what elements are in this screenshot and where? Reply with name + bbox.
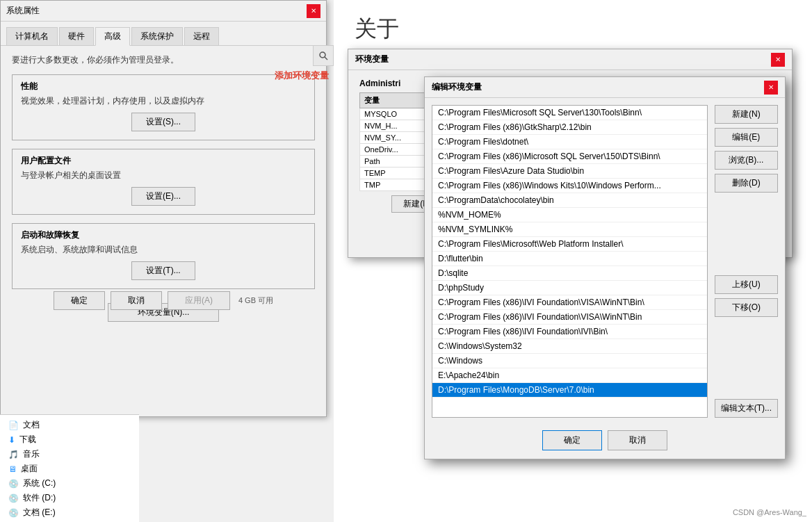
performance-section: 性能 视觉效果，处理器计划，内存使用，以及虚拟内存 设置(S)... — [12, 74, 315, 140]
path-move-down-btn[interactable]: 下移(O) — [715, 298, 778, 317]
env-vars-dialog-title: 环境变量 — [355, 54, 389, 65]
startup-title: 启动和故障恢复 — [21, 229, 306, 241]
path-list-item[interactable]: C:\Program Files (x86)\GtkSharp\2.12\bin — [432, 120, 707, 135]
list-item[interactable]: ⬇ 下载 — [6, 432, 133, 447]
drive-e-icon: 💿 — [8, 508, 19, 518]
drive-d-icon: 💿 — [8, 494, 19, 503]
startup-section: 启动和故障恢复 系统启动、系统故障和调试信息 设置(T)... — [12, 223, 315, 289]
file-label: 软件 (D:) — [23, 492, 56, 504]
list-item[interactable]: 💿 系统 (C:) — [6, 476, 133, 491]
desktop-icon: 🖥 — [8, 464, 17, 474]
sys-props-tabs: 计算机名 硬件 高级 系统保护 远程 — [1, 22, 326, 46]
svg-point-0 — [320, 52, 325, 58]
path-list-item[interactable]: C:\Program Files\Microsoft\Web Platform … — [432, 237, 707, 252]
performance-desc: 视觉效果，处理器计划，内存使用，以及虚拟内存 — [21, 95, 306, 107]
path-move-up-btn[interactable]: 上移(U) — [715, 275, 778, 294]
path-list-item[interactable]: C:\Windows\System32 — [432, 339, 707, 354]
list-item[interactable]: 💿 软件 (D:) — [6, 491, 133, 505]
path-list-item[interactable]: C:\Program Files (x86)\IVI Foundation\VI… — [432, 295, 707, 310]
download-icon: ⬇ — [8, 435, 15, 445]
userprofile-section: 用户配置文件 与登录帐户相关的桌面设置 设置(E)... — [12, 149, 315, 215]
path-list-item[interactable]: D:\flutter\bin — [432, 252, 707, 266]
tab-remote[interactable]: 远程 — [184, 27, 219, 45]
path-edit-text-btn[interactable]: 编辑文本(T)... — [715, 399, 778, 418]
file-explorer: 📄 文档 ⬇ 下载 🎵 音乐 🖥 桌面 💿 系统 (C:) 💿 软件 (D:) … — [0, 414, 139, 522]
path-list-item[interactable]: D:\sqlite — [432, 266, 707, 281]
warning-text: 要进行大多数更改，你必须作为管理员登录。 — [12, 54, 315, 66]
sys-props-titlebar: 系统属性 ✕ — [1, 1, 326, 22]
path-new-btn[interactable]: 新建(N) — [715, 105, 778, 124]
path-list-item[interactable]: C:\Program Files (x86)\IVI Foundation\VI… — [432, 310, 707, 325]
about-title: 关于 — [334, 0, 812, 51]
path-list-item[interactable]: %NVM_HOME% — [432, 208, 707, 222]
edit-dialog-bottom: 确定 取消 — [425, 425, 785, 459]
path-list-item[interactable]: C:\Program Files (x86)\Microsoft SQL Ser… — [432, 149, 707, 164]
list-item[interactable]: 🖥 桌面 — [6, 462, 133, 476]
search-icon[interactable] — [313, 45, 334, 66]
env-vars-close-btn[interactable]: ✕ — [771, 53, 785, 67]
file-label: 文档 — [23, 419, 40, 431]
sys-props-title: 系统属性 — [6, 5, 40, 17]
list-item[interactable]: 💿 文档 (E:) — [6, 505, 133, 520]
path-delete-btn[interactable]: 删除(D) — [715, 174, 778, 193]
path-list-item[interactable]: C:\Program Files\dotnet\ — [432, 135, 707, 149]
tab-computername[interactable]: 计算机名 — [6, 27, 58, 45]
ok-btn[interactable]: 确定 — [54, 291, 105, 310]
add-env-label: 添加环境变量 — [275, 70, 329, 82]
svg-line-1 — [325, 57, 327, 60]
path-list-item[interactable]: E:\Apache24\bin — [432, 368, 707, 383]
apply-btn[interactable]: 应用(A) — [168, 291, 230, 310]
path-list[interactable]: C:\Program Files\Microsoft SQL Server\13… — [432, 105, 708, 418]
edit-env-dialog: 编辑环境变量 ✕ C:\Program Files\Microsoft SQL … — [424, 76, 786, 459]
file-label: 音乐 — [23, 448, 40, 460]
edit-env-ok-btn[interactable]: 确定 — [542, 430, 602, 450]
path-list-item[interactable]: C:\Windows — [432, 354, 707, 368]
tab-sysprotect[interactable]: 系统保护 — [131, 27, 183, 45]
path-list-item[interactable]: C:\Program Files\Microsoft SQL Server\13… — [432, 106, 707, 120]
path-list-item[interactable]: C:\Program Files\Azure Data Studio\bin — [432, 164, 707, 179]
path-list-item[interactable]: D:\Program Files\MongoDB\Server\7.0\bin — [432, 383, 707, 398]
env-vars-titlebar: 环境变量 ✕ — [348, 49, 792, 70]
list-item[interactable]: 🎵 音乐 — [6, 447, 133, 462]
userprofile-settings-btn[interactable]: 设置(E)... — [131, 187, 195, 206]
drive-c-icon: 💿 — [8, 479, 19, 489]
sys-props-close-btn[interactable]: ✕ — [307, 4, 320, 18]
edit-dialog-content: C:\Program Files\Microsoft SQL Server\13… — [425, 98, 785, 425]
performance-settings-btn[interactable]: 设置(S)... — [131, 113, 195, 131]
music-icon: 🎵 — [8, 450, 19, 459]
path-browse-btn[interactable]: 浏览(B)... — [715, 151, 778, 170]
watermark: CSDN @Ares-Wang_ — [733, 508, 806, 516]
startup-desc: 系统启动、系统故障和调试信息 — [21, 244, 306, 256]
path-list-item[interactable]: %NVM_SYMLINK% — [432, 222, 707, 237]
path-list-item[interactable]: C:\Program Files (x86)\Windows Kits\10\W… — [432, 179, 707, 193]
list-item[interactable]: 📄 文档 — [6, 418, 133, 432]
performance-title: 性能 — [21, 81, 306, 92]
edit-env-close-btn[interactable]: ✕ — [764, 81, 778, 95]
userprofile-desc: 与登录帐户相关的桌面设置 — [21, 170, 306, 181]
edit-env-title: 编辑环境变量 — [432, 81, 482, 93]
doc-icon: 📄 — [8, 421, 19, 430]
path-edit-btn[interactable]: 编辑(E) — [715, 128, 778, 147]
file-label: 文档 (E:) — [23, 507, 56, 519]
path-list-item[interactable]: C:\Program Files (x86)\IVI Foundation\IV… — [432, 325, 707, 339]
path-list-item[interactable]: C:\ProgramData\chocolatey\bin — [432, 193, 707, 208]
edit-btn-group: 新建(N) 编辑(E) 浏览(B)... 删除(D) 上移(U) 下移(O) 编… — [715, 105, 778, 418]
edit-env-titlebar: 编辑环境变量 ✕ — [425, 77, 785, 98]
startup-settings-btn[interactable]: 设置(T)... — [131, 261, 195, 280]
userprofile-title: 用户配置文件 — [21, 155, 306, 167]
cancel-btn[interactable]: 取消 — [111, 291, 162, 310]
path-list-item[interactable]: D:\phpStudy — [432, 281, 707, 295]
edit-env-cancel-btn[interactable]: 取消 — [608, 430, 667, 450]
sys-props-window: 系统属性 ✕ 计算机名 硬件 高级 系统保护 远程 要进行大多数更改，你必须作为… — [0, 0, 327, 417]
file-label: 系统 (C:) — [23, 478, 56, 489]
tab-advanced[interactable]: 高级 — [95, 27, 130, 46]
tab-hardware[interactable]: 硬件 — [59, 27, 94, 45]
file-label: 桌面 — [21, 463, 38, 475]
file-label: 下载 — [19, 434, 36, 446]
